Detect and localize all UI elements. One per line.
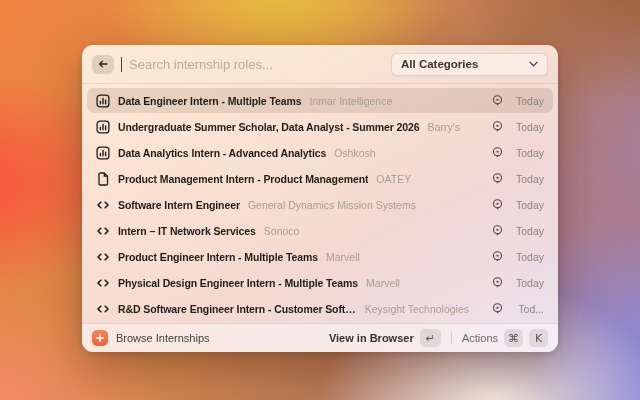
actions-menu-button[interactable]: Actions ⌘ K [462,329,548,347]
return-keycap: ↵ [420,329,441,347]
company-name: Keysight Technologies [365,303,469,315]
list-item[interactable]: Data Engineer Intern - Multiple Teams In… [87,88,553,113]
company-name: Barry's [428,121,460,133]
posted-date: Tod... [512,303,544,315]
company-name: General Dynamics Mission Systems [248,199,416,211]
location-pin-icon [491,224,504,237]
code-icon [96,276,110,290]
posted-date: Today [512,277,544,289]
launcher-window: All Categories Data Engineer Intern - Mu… [82,45,558,352]
back-arrow-icon [97,58,109,70]
location-pin-icon [491,172,504,185]
company-name: Marvell [326,251,360,263]
list-item[interactable]: Physical Design Engineer Intern - Multip… [87,270,553,295]
text-cursor [121,57,122,72]
list-item[interactable]: Product Management Intern - Product Mana… [87,166,553,191]
code-icon [96,224,110,238]
posted-date: Today [512,121,544,133]
footer-divider [451,332,452,344]
extension-name: Browse Internships [116,332,210,344]
list-item[interactable]: Data Analytics Intern - Advanced Analyti… [87,140,553,165]
job-title: Data Analytics Intern - Advanced Analyti… [118,147,326,159]
job-title: Product Engineer Intern - Multiple Teams [118,251,318,263]
footer-bar: Browse Internships View in Browser ↵ Act… [82,323,558,352]
chevron-down-icon [529,61,538,67]
posted-date: Today [512,251,544,263]
location-pin-icon [491,250,504,263]
job-title: Physical Design Engineer Intern - Multip… [118,277,358,289]
job-title: R&D Software Engineer Intern - Customer … [118,303,357,315]
actions-label: Actions [462,332,498,344]
category-dropdown[interactable]: All Categories [391,53,548,76]
location-pin-icon [491,302,504,315]
list-item[interactable]: Intern – IT Network Services Sonoco Toda… [87,218,553,243]
code-icon [96,250,110,264]
posted-date: Today [512,147,544,159]
back-button[interactable] [92,55,114,74]
location-pin-icon [491,198,504,211]
list-item[interactable]: Undergraduate Summer Scholar, Data Analy… [87,114,553,139]
location-pin-icon [491,276,504,289]
posted-date: Today [512,225,544,237]
command-keycap: ⌘ [504,329,523,347]
list-item[interactable]: R&D Software Engineer Intern - Customer … [87,296,553,321]
primary-action-label: View in Browser [329,332,414,344]
company-name: Inmar Intelligence [309,95,392,107]
company-name: Marvell [366,277,400,289]
list-item[interactable]: Software Intern Engineer General Dynamic… [87,192,553,217]
job-title: Undergraduate Summer Scholar, Data Analy… [118,121,420,133]
location-pin-icon [491,146,504,159]
code-icon [96,302,110,316]
company-name: Oshkosh [334,147,375,159]
job-title: Intern – IT Network Services [118,225,256,237]
company-name: Sonoco [264,225,300,237]
extension-plus-icon [92,330,108,346]
job-title: Software Intern Engineer [118,199,240,211]
location-pin-icon [491,120,504,133]
company-name: OATEY [376,173,411,185]
code-icon [96,198,110,212]
search-input[interactable] [129,57,384,72]
document-icon [96,172,110,186]
posted-date: Today [512,95,544,107]
posted-date: Today [512,199,544,211]
k-keycap: K [529,329,548,347]
location-pin-icon [491,94,504,107]
search-header: All Categories [82,45,558,83]
posted-date: Today [512,173,544,185]
list-item[interactable]: Product Engineer Intern - Multiple Teams… [87,244,553,269]
primary-action-button[interactable]: View in Browser ↵ [329,329,441,347]
category-dropdown-label: All Categories [401,58,478,70]
job-title: Data Engineer Intern - Multiple Teams [118,95,301,107]
job-title: Product Management Intern - Product Mana… [118,173,368,185]
bar-chart-icon [96,94,110,108]
bar-chart-icon [96,146,110,160]
results-list: Data Engineer Intern - Multiple Teams In… [82,84,558,323]
bar-chart-icon [96,120,110,134]
